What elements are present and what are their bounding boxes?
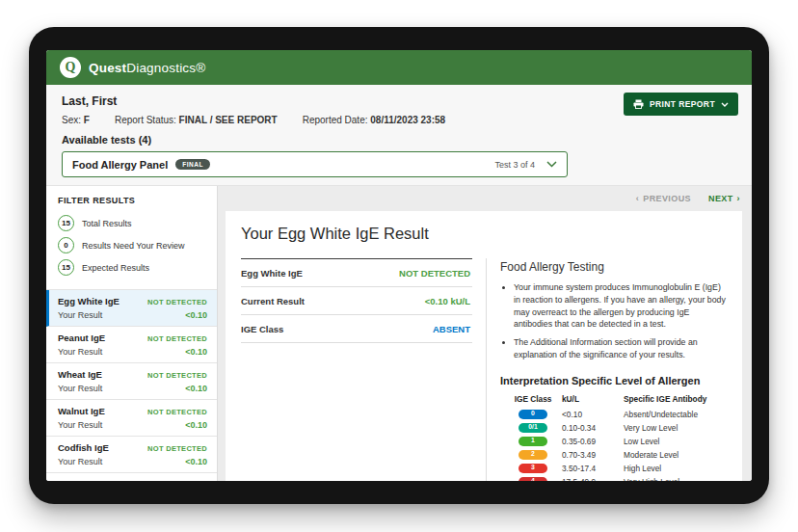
result-pagination: ‹ PREVIOUS NEXT › bbox=[218, 186, 752, 211]
selected-test-name: Food Allergy Panel bbox=[72, 159, 168, 171]
print-report-button[interactable]: PRINT REPORT bbox=[624, 93, 738, 116]
result-row-value: ABSENT bbox=[433, 324, 470, 334]
ige-level-label: Moderate Level bbox=[624, 450, 727, 460]
stat-count-badge: 15 bbox=[58, 215, 74, 231]
sex-value: F bbox=[84, 115, 90, 125]
result-row-label: Current Result bbox=[241, 296, 305, 306]
result-item-walnut[interactable]: Walnut IgENOT DETECTED Your Result<0.10 bbox=[46, 400, 217, 437]
result-values-table: Egg White IgE NOT DETECTED Current Resul… bbox=[241, 258, 472, 343]
brand-name: QuestDiagnostics® bbox=[89, 61, 205, 75]
table-row: 3 3.50-17.4 High Level bbox=[510, 464, 727, 473]
reported-date-label: Reported Date: bbox=[303, 115, 368, 125]
result-item-name: Codfish IgE bbox=[58, 442, 109, 453]
test-selector-dropdown[interactable]: Food Allergy Panel FINAL Test 3 of 4 bbox=[62, 151, 568, 177]
stat-count-badge: 15 bbox=[58, 259, 74, 276]
stat-label: Expected Results bbox=[82, 263, 149, 273]
previous-label: PREVIOUS bbox=[643, 194, 691, 203]
table-row: IGE Class ABSENT bbox=[241, 315, 472, 343]
table-row: 0/1 0.10-0.34 Very Low Level bbox=[510, 423, 727, 433]
report-status-value: FINAL / SEE REPORT bbox=[179, 115, 278, 125]
result-item-status: NOT DETECTED bbox=[147, 408, 207, 416]
your-result-label: Your Result bbox=[58, 457, 102, 466]
result-item-status: NOT DETECTED bbox=[147, 334, 207, 343]
table-row: 1 0.35-0.69 Low Level bbox=[510, 437, 727, 446]
result-item-status: NOT DETECTED bbox=[147, 298, 207, 306]
table-row: 0 <0.10 Absent/Undetectable bbox=[510, 410, 727, 419]
brand-bar: Q QuestDiagnostics® bbox=[46, 50, 752, 85]
next-label: NEXT bbox=[708, 194, 733, 203]
interpretation-table-title: Interpretation Specific Level of Allerge… bbox=[500, 375, 727, 386]
ige-class-badge: 2 bbox=[519, 450, 547, 460]
interpretation-table-header: IGE Class kU/L Specific IGE Antibody bbox=[510, 394, 727, 404]
your-result-label: Your Result bbox=[58, 347, 102, 357]
result-item-egg-white[interactable]: Egg White IgENOT DETECTED Your Result<0.… bbox=[46, 290, 217, 327]
result-item-value: <0.10 bbox=[185, 310, 207, 320]
result-item-status: NOT DETECTED bbox=[147, 444, 207, 453]
stat-count-badge: 0 bbox=[58, 237, 74, 253]
stat-label: Results Need Your Review bbox=[82, 241, 185, 251]
tablet-frame: Q QuestDiagnostics® Last, First PRINT RE… bbox=[29, 27, 769, 504]
ige-level-label: Absent/Undetectable bbox=[624, 410, 727, 419]
result-item-wheat[interactable]: Wheat IgENOT DETECTED Your Result<0.10 bbox=[46, 363, 217, 400]
result-row-label: IGE Class bbox=[241, 324, 283, 334]
result-item-codfish[interactable]: Codfish IgENOT DETECTED Your Result<0.10 bbox=[46, 437, 217, 473]
info-bullet: Your immune system produces Immunoglobul… bbox=[514, 281, 727, 331]
ige-class-badge: 0 bbox=[519, 410, 547, 419]
sex-field: Sex: F bbox=[62, 115, 90, 125]
chevron-down-icon bbox=[721, 102, 729, 107]
result-item-value: <0.10 bbox=[185, 384, 207, 393]
main-column: ‹ PREVIOUS NEXT › Your Egg White IgE Res… bbox=[218, 186, 752, 481]
brand-name-regular: Diagnostics® bbox=[126, 61, 205, 75]
report-status-label: Report Status: bbox=[115, 115, 176, 125]
test-position: Test 3 of 4 bbox=[494, 160, 535, 170]
table-row: 4 17.5-49.9 Very High Level bbox=[510, 477, 727, 482]
stat-total-results[interactable]: 15 Total Results bbox=[58, 215, 205, 231]
ige-range: 0.35-0.69 bbox=[562, 437, 618, 446]
filter-results-title: FILTER RESULTS bbox=[46, 186, 217, 209]
ige-level-label: Very Low Level bbox=[624, 423, 727, 433]
ige-range: 3.50-17.4 bbox=[562, 464, 618, 473]
result-item-value: <0.10 bbox=[185, 457, 207, 466]
chevron-right-icon: › bbox=[737, 194, 740, 203]
table-row: 2 0.70-3.49 Moderate Level bbox=[510, 450, 727, 460]
table-row: Current Result <0.10 kU/L bbox=[241, 287, 472, 315]
ige-class-badge: 0/1 bbox=[519, 423, 547, 433]
results-sidebar: FILTER RESULTS 15 Total Results 0 Result… bbox=[46, 186, 218, 481]
selector-right: Test 3 of 4 bbox=[494, 160, 557, 170]
ige-class-badge: 4 bbox=[519, 477, 547, 482]
info-bullet-list: Your immune system produces Immunoglobul… bbox=[500, 281, 727, 361]
patient-info-row: Sex: F Report Status: FINAL / SEE REPORT… bbox=[62, 115, 736, 125]
report-status-field: Report Status: FINAL / SEE REPORT bbox=[115, 115, 278, 125]
final-badge: FINAL bbox=[175, 159, 210, 170]
result-item-cows-milk[interactable]: Cow's Milk IgENOT DETECTED Your Result<0… bbox=[46, 473, 217, 481]
reported-date-value: 08/11/2023 23:58 bbox=[370, 115, 445, 125]
previous-result-button[interactable]: ‹ PREVIOUS bbox=[636, 194, 691, 203]
your-result-label: Your Result bbox=[58, 384, 102, 393]
sex-label: Sex: bbox=[62, 115, 81, 125]
ige-range: 17.5-49.9 bbox=[562, 477, 618, 482]
result-item-name: Cow's Milk IgE bbox=[58, 479, 121, 481]
result-item-value: <0.10 bbox=[185, 347, 207, 357]
chevron-left-icon: ‹ bbox=[636, 194, 639, 203]
quest-logo-icon: Q bbox=[60, 57, 81, 78]
ige-level-label: Very High Level bbox=[624, 477, 727, 482]
result-detail-body: Egg White IgE NOT DETECTED Current Resul… bbox=[241, 258, 727, 481]
interpretation-table: IGE Class kU/L Specific IGE Antibody 0 <… bbox=[510, 394, 727, 482]
filter-stats: 15 Total Results 0 Results Need Your Rev… bbox=[46, 215, 217, 290]
result-list: Egg White IgENOT DETECTED Your Result<0.… bbox=[46, 290, 217, 481]
chevron-down-icon bbox=[546, 161, 557, 168]
result-row-value: <0.10 kU/L bbox=[425, 296, 470, 306]
result-row-label: Egg White IgE bbox=[241, 268, 303, 279]
info-bullet: The Additional Information section will … bbox=[514, 336, 727, 361]
result-row-value: NOT DETECTED bbox=[399, 268, 470, 279]
next-result-button[interactable]: NEXT › bbox=[708, 194, 740, 203]
stat-need-review[interactable]: 0 Results Need Your Review bbox=[58, 237, 205, 253]
result-item-peanut[interactable]: Peanut IgENOT DETECTED Your Result<0.10 bbox=[46, 327, 217, 363]
page: Q QuestDiagnostics® Last, First PRINT RE… bbox=[0, 0, 798, 532]
reported-date-field: Reported Date: 08/11/2023 23:58 bbox=[303, 115, 445, 125]
info-panel: Food Allergy Testing Your immune system … bbox=[486, 258, 727, 481]
col-header-antibody: Specific IGE Antibody bbox=[624, 394, 727, 404]
stat-expected-results[interactable]: 15 Expected Results bbox=[58, 259, 205, 276]
ige-range: <0.10 bbox=[562, 410, 618, 419]
result-item-name: Walnut IgE bbox=[58, 406, 105, 416]
